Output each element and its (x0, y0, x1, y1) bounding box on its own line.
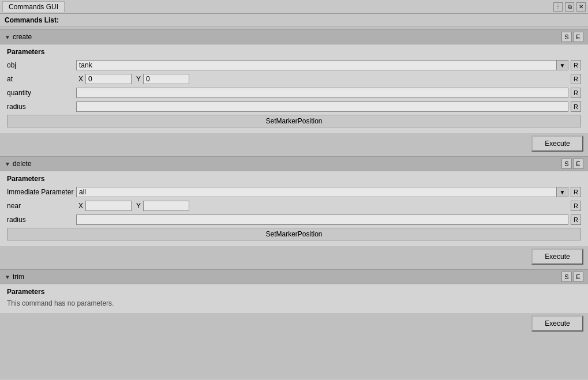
param-controls-at: X Y R (76, 74, 581, 84)
param-row-immediate: Immediate Parameter ▼ R (7, 186, 581, 198)
create-params-title: Parameters (7, 48, 581, 56)
delete-set-marker-bar[interactable]: SetMarkerPosition (7, 228, 581, 240)
create-triangle-icon: ▼ (5, 34, 10, 40)
radius-create-r-button[interactable]: R (571, 101, 581, 112)
param-row-radius-delete: radius R (7, 214, 581, 225)
quantity-r-button[interactable]: R (571, 88, 581, 98)
create-label: create (13, 33, 32, 41)
create-e-button[interactable]: E (573, 32, 583, 42)
radius-create-input[interactable] (76, 101, 568, 112)
at-x-input[interactable] (85, 74, 132, 84)
trim-params-area: Parameters This command has no parameter… (0, 284, 588, 313)
create-set-marker-label: SetMarkerPosition (265, 117, 322, 125)
at-x-label: X (76, 75, 83, 83)
near-r-button[interactable]: R (571, 201, 581, 211)
delete-label: delete (13, 160, 32, 168)
immediate-dropdown-arrow[interactable]: ▼ (557, 187, 568, 197)
trim-header-left: ▼ trim (5, 273, 24, 281)
create-params-area: Parameters obj ▼ R at (0, 44, 588, 133)
trim-label: trim (13, 273, 24, 281)
immediate-r-button[interactable]: R (571, 187, 581, 197)
param-controls-near: X Y R (76, 201, 581, 211)
create-header-right: S E (561, 32, 583, 42)
window-title: Commands GUI (9, 3, 58, 11)
trim-e-button[interactable]: E (573, 272, 583, 282)
param-row-radius-create: radius R (7, 101, 581, 112)
trim-execute-area: Execute (0, 313, 588, 334)
radius-delete-input[interactable] (76, 215, 568, 225)
title-bar: Commands GUI ⋮ ⧉ ✕ (0, 0, 588, 14)
delete-e-button[interactable]: E (573, 159, 583, 169)
immediate-dropdown-input[interactable] (76, 187, 557, 197)
close-button[interactable]: ✕ (576, 2, 586, 12)
delete-triangle-icon: ▼ (5, 161, 10, 167)
delete-header-left: ▼ delete (5, 160, 32, 168)
create-section-header: ▼ create S E (0, 29, 588, 44)
delete-set-marker-label: SetMarkerPosition (265, 230, 322, 238)
trim-header-right: S E (561, 272, 583, 282)
param-label-radius-delete: radius (7, 216, 76, 224)
trim-section: ▼ trim S E Parameters This command has n… (0, 269, 588, 334)
create-set-marker-bar[interactable]: SetMarkerPosition (7, 115, 581, 127)
trim-triangle-icon: ▼ (5, 274, 10, 280)
param-controls-radius-delete: R (76, 215, 581, 225)
obj-dropdown-input[interactable] (76, 60, 557, 70)
obj-dropdown-arrow[interactable]: ▼ (557, 60, 568, 70)
param-label-near: near (7, 202, 76, 210)
param-label-at: at (7, 75, 76, 83)
near-xy-group: X Y (76, 201, 568, 211)
delete-header-right: S E (561, 159, 583, 169)
obj-dropdown-wrap: ▼ (76, 60, 568, 70)
immediate-dropdown-wrap: ▼ (76, 187, 568, 197)
title-bar-right: ⋮ ⧉ ✕ (553, 2, 586, 12)
trim-params-title: Parameters (7, 288, 581, 296)
at-r-button[interactable]: R (571, 74, 581, 84)
main-area: ▼ create S E Parameters obj ▼ (0, 27, 588, 379)
delete-params-area: Parameters Immediate Parameter ▼ R near (0, 171, 588, 246)
param-label-immediate: Immediate Parameter (7, 188, 76, 196)
create-execute-button[interactable]: Execute (531, 136, 583, 152)
commands-header-text: Commands List: (5, 16, 59, 24)
param-controls-immediate: ▼ R (76, 187, 581, 197)
create-header-left: ▼ create (5, 33, 32, 41)
at-y-input[interactable] (143, 74, 189, 84)
near-x-input[interactable] (85, 201, 132, 211)
restore-button[interactable]: ⧉ (565, 2, 574, 12)
param-row-at: at X Y R (7, 73, 581, 85)
window-tab[interactable]: Commands GUI (2, 1, 65, 12)
trim-s-button[interactable]: S (561, 272, 572, 282)
at-xy-group: X Y (76, 74, 568, 84)
trim-section-header: ▼ trim S E (0, 269, 588, 284)
param-controls-radius-create: R (76, 101, 581, 112)
menu-button[interactable]: ⋮ (553, 2, 563, 12)
delete-params-title: Parameters (7, 175, 581, 183)
delete-s-button[interactable]: S (561, 159, 572, 169)
create-execute-area: Execute (0, 133, 588, 154)
param-controls-quantity: R (76, 88, 581, 98)
near-x-label: X (76, 202, 83, 210)
quantity-input[interactable] (76, 88, 568, 98)
create-section: ▼ create S E Parameters obj ▼ (0, 29, 588, 154)
delete-section: ▼ delete S E Parameters Immediate Parame… (0, 156, 588, 267)
near-y-input[interactable] (143, 201, 189, 211)
trim-execute-button[interactable]: Execute (531, 315, 583, 332)
param-label-quantity: quantity (7, 89, 76, 97)
title-bar-left: Commands GUI (2, 1, 65, 12)
param-row-obj: obj ▼ R (7, 59, 581, 71)
param-controls-obj: ▼ R (76, 60, 581, 70)
radius-delete-r-button[interactable]: R (571, 215, 581, 225)
delete-section-header: ▼ delete S E (0, 156, 588, 171)
param-row-quantity: quantity R (7, 87, 581, 99)
delete-execute-button[interactable]: Execute (531, 249, 583, 265)
commands-header: Commands List: (0, 14, 588, 27)
near-y-label: Y (134, 202, 141, 210)
create-s-button[interactable]: S (561, 32, 572, 42)
param-row-near: near X Y R (7, 200, 581, 212)
param-label-radius-create: radius (7, 103, 76, 111)
obj-r-button[interactable]: R (571, 60, 581, 70)
delete-execute-area: Execute (0, 246, 588, 267)
param-label-obj: obj (7, 61, 76, 69)
trim-no-params-text: This command has no parameters. (7, 299, 581, 307)
at-y-label: Y (134, 75, 141, 83)
